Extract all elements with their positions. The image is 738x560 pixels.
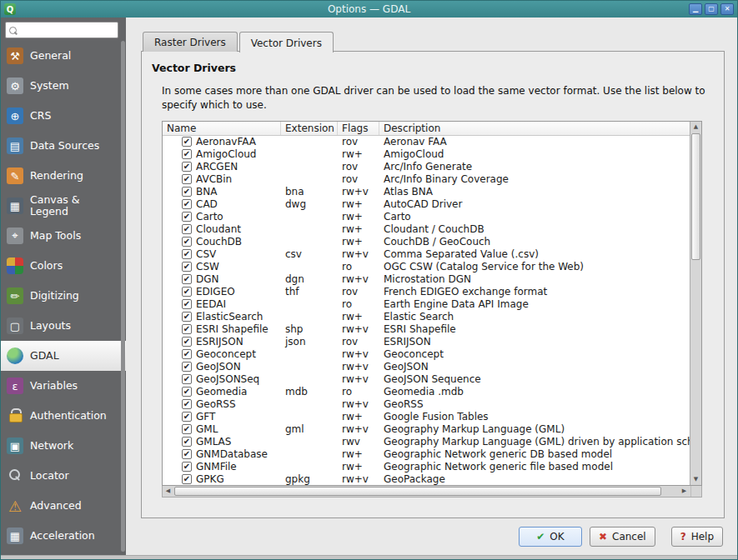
table-row[interactable]: ✔AmigoCloudrw+AmigoCloud bbox=[163, 148, 690, 161]
driver-checkbox[interactable]: ✔ bbox=[182, 162, 192, 172]
driver-checkbox[interactable]: ✔ bbox=[182, 149, 192, 159]
driver-checkbox[interactable]: ✔ bbox=[182, 137, 192, 147]
sidebar-item-locator[interactable]: Locator bbox=[1, 461, 126, 491]
table-row[interactable]: ✔GMLgmlrw+vGeography Markup Language (GM… bbox=[163, 423, 690, 436]
table-row[interactable]: ✔GNMDatabaserw+Geographic Network generi… bbox=[163, 448, 690, 461]
close-button[interactable]: ✕ bbox=[720, 3, 734, 15]
driver-checkbox[interactable]: ✔ bbox=[182, 324, 192, 334]
driver-checkbox[interactable]: ✔ bbox=[182, 349, 192, 359]
minimize-button[interactable]: ▁ bbox=[689, 3, 702, 15]
driver-checkbox[interactable]: ✔ bbox=[182, 424, 192, 434]
sidebar-item-gdal[interactable]: GDAL bbox=[1, 341, 126, 371]
driver-checkbox[interactable]: ✔ bbox=[182, 262, 192, 272]
tab-vector-drivers[interactable]: Vector Drivers bbox=[239, 32, 334, 52]
sidebar-item-canvas-legend[interactable]: ▦Canvas & Legend bbox=[1, 191, 126, 221]
table-row[interactable]: ✔CSWroOGC CSW (Catalog Service for the W… bbox=[163, 261, 690, 273]
table-row[interactable]: ✔GFTrw+Google Fusion Tables bbox=[163, 411, 690, 423]
table-row[interactable]: ✔ESRIJSONjsonrovESRIJSON bbox=[163, 336, 690, 348]
sidebar-item-map-tools[interactable]: ⌖Map Tools bbox=[1, 221, 126, 251]
driver-checkbox[interactable]: ✔ bbox=[182, 437, 192, 447]
table-row[interactable]: ✔GPKGgpkgrw+vGeoPackage bbox=[163, 473, 690, 485]
table-row[interactable]: ✔ARCGENrovArc/Info Generate bbox=[163, 161, 690, 173]
vertical-scrollbar[interactable]: ▲ ▼ bbox=[690, 122, 701, 485]
help-button[interactable]: ? Help bbox=[671, 527, 723, 547]
driver-checkbox[interactable]: ✔ bbox=[182, 274, 192, 284]
table-row[interactable]: ✔CouchDBrw+CouchDB / GeoCouch bbox=[163, 236, 690, 248]
table-row[interactable]: ✔Cloudantrw+Cloudant / CouchDB bbox=[163, 223, 690, 236]
sidebar-scrollbar[interactable] bbox=[121, 41, 125, 552]
sidebar-item-layouts[interactable]: ▢Layouts bbox=[1, 311, 126, 341]
table-row[interactable]: ✔GeomediamdbroGeomedia .mdb bbox=[163, 386, 690, 398]
driver-checkbox[interactable]: ✔ bbox=[182, 212, 192, 222]
column-header-name[interactable]: Name bbox=[163, 122, 281, 135]
tab-raster-drivers[interactable]: Raster Drivers bbox=[143, 32, 238, 52]
table-row[interactable]: ✔AeronavFAArovAeronav FAA bbox=[163, 136, 690, 148]
sidebar-item-data-sources[interactable]: ▤Data Sources bbox=[1, 131, 126, 161]
driver-checkbox[interactable]: ✔ bbox=[182, 249, 192, 259]
driver-checkbox[interactable]: ✔ bbox=[182, 299, 192, 309]
table-row[interactable]: ✔GeoRSSrw+vGeoRSS bbox=[163, 398, 690, 411]
driver-checkbox[interactable]: ✔ bbox=[182, 449, 192, 459]
table-row[interactable]: ✔CADdwgrw+AutoCAD Driver bbox=[163, 198, 690, 211]
search-box[interactable] bbox=[5, 22, 118, 38]
driver-checkbox[interactable]: ✔ bbox=[182, 187, 192, 197]
sidebar-item-authentication[interactable]: Authentication bbox=[1, 401, 126, 431]
titlebar[interactable]: Q Options — GDAL ▁ ▢ ✕ bbox=[1, 1, 737, 18]
vertical-scroll-thumb[interactable] bbox=[691, 133, 700, 260]
scroll-down-icon[interactable]: ▼ bbox=[690, 474, 701, 485]
horizontal-scrollbar[interactable]: ◀ ▶ bbox=[162, 486, 702, 498]
sidebar-item-colors[interactable]: Colors bbox=[1, 251, 126, 281]
table-row[interactable]: ✔BNAbnarw+vAtlas BNA bbox=[163, 186, 690, 198]
table-row[interactable]: ✔EDIGEOthfrovFrench EDIGEO exchange form… bbox=[163, 286, 690, 298]
driver-description: Arc/Info Generate bbox=[379, 161, 690, 172]
table-row[interactable]: ✔EEDAIroEarth Engine Data API Image bbox=[163, 298, 690, 311]
driver-checkbox[interactable]: ✔ bbox=[182, 399, 192, 409]
maximize-button[interactable]: ▢ bbox=[705, 3, 718, 15]
driver-checkbox[interactable]: ✔ bbox=[182, 374, 192, 384]
driver-checkbox[interactable]: ✔ bbox=[182, 237, 192, 247]
sidebar-item-variables[interactable]: εVariables bbox=[1, 371, 126, 401]
driver-checkbox[interactable]: ✔ bbox=[182, 474, 192, 484]
driver-checkbox[interactable]: ✔ bbox=[182, 387, 192, 397]
sidebar-item-digitizing[interactable]: ✏Digitizing bbox=[1, 281, 126, 311]
sidebar-item-rendering[interactable]: ✎Rendering bbox=[1, 161, 126, 191]
table-row[interactable]: ✔ElasticSearchrw+Elastic Search bbox=[163, 311, 690, 323]
table-row[interactable]: ✔Geoconceptrw+vGeoconcept bbox=[163, 348, 690, 361]
driver-checkbox[interactable]: ✔ bbox=[182, 287, 192, 297]
horizontal-scroll-thumb[interactable] bbox=[174, 487, 661, 496]
table-row[interactable]: ✔DGNdgnrw+vMicrostation DGN bbox=[163, 273, 690, 286]
sidebar-item-acceleration[interactable]: ▦Acceleration bbox=[1, 521, 126, 551]
driver-checkbox[interactable]: ✔ bbox=[182, 462, 192, 472]
table-row[interactable]: ✔GeoJSONSeqrw+vGeoJSON Sequence bbox=[163, 373, 690, 386]
table-row[interactable]: ✔CSVcsvrw+vComma Separated Value (.csv) bbox=[163, 248, 690, 261]
table-row[interactable]: ✔GeoJSONrw+vGeoJSON bbox=[163, 361, 690, 373]
window-resize-edge[interactable] bbox=[1, 555, 737, 559]
table-row[interactable]: ✔Cartorw+Carto bbox=[163, 211, 690, 223]
palette-icon bbox=[7, 258, 23, 274]
scroll-left-icon[interactable]: ◀ bbox=[163, 486, 173, 497]
scroll-up-icon[interactable]: ▲ bbox=[690, 122, 701, 132]
table-row[interactable]: ✔GMLASrwvGeography Markup Language (GML)… bbox=[163, 436, 690, 448]
sidebar-item-crs[interactable]: ⊕CRS bbox=[1, 101, 126, 131]
driver-checkbox[interactable]: ✔ bbox=[182, 199, 192, 209]
table-row[interactable]: ✔GNMFilerw+Geographic Network generic fi… bbox=[163, 461, 690, 473]
table-row[interactable]: ✔AVCBinrovArc/Info Binary Coverage bbox=[163, 173, 690, 186]
driver-checkbox[interactable]: ✔ bbox=[182, 174, 192, 184]
sidebar-item-general[interactable]: ⚒General bbox=[1, 41, 126, 71]
sidebar-item-network[interactable]: ▣Network bbox=[1, 431, 126, 461]
sidebar-item-system[interactable]: ⚙System bbox=[1, 71, 126, 101]
driver-checkbox[interactable]: ✔ bbox=[182, 312, 192, 322]
cancel-button[interactable]: ✖ Cancel bbox=[590, 527, 655, 547]
sidebar-item-advanced[interactable]: ⚠Advanced bbox=[1, 491, 126, 521]
driver-checkbox[interactable]: ✔ bbox=[182, 337, 192, 347]
scroll-right-icon[interactable]: ▶ bbox=[679, 486, 690, 497]
column-header-flags[interactable]: Flags bbox=[338, 122, 379, 135]
column-header-extension[interactable]: Extension bbox=[281, 122, 338, 135]
ok-button[interactable]: ✔ OK bbox=[519, 527, 582, 547]
table-row[interactable]: ✔ESRI Shapefileshprw+vESRI Shapefile bbox=[163, 323, 690, 336]
settings-search-input[interactable] bbox=[20, 24, 115, 37]
driver-checkbox[interactable]: ✔ bbox=[182, 412, 192, 422]
driver-checkbox[interactable]: ✔ bbox=[182, 362, 192, 372]
driver-checkbox[interactable]: ✔ bbox=[182, 224, 192, 234]
column-header-description[interactable]: Description bbox=[379, 122, 690, 135]
